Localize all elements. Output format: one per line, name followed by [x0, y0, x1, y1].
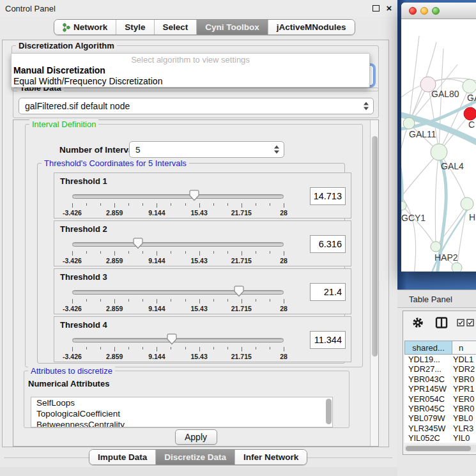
table-data-combobox[interactable]: galFiltered.sif default node — [19, 98, 374, 114]
network-node[interactable] — [461, 197, 473, 210]
tick-mark — [128, 203, 129, 206]
table-cell[interactable]: YPR1 — [452, 384, 476, 394]
table-row[interactable]: YBR045CYBR0 — [404, 404, 476, 413]
threshold-4-box: Threshold 4 -3.4262.8599.14415.4321.7152… — [54, 316, 351, 362]
checkbox-icon[interactable] — [457, 319, 464, 326]
split-columns-icon[interactable] — [435, 317, 448, 328]
list-item[interactable]: TopologicalCoefficient — [31, 408, 332, 419]
table-cell[interactable]: YDL19... — [404, 355, 452, 364]
tick-mark — [242, 347, 242, 351]
tab-infer-network[interactable]: Infer Network — [235, 450, 307, 464]
table-cell[interactable]: YBR0 — [452, 404, 476, 413]
scrollbar-thumb[interactable] — [372, 136, 378, 357]
list-item[interactable]: BetweennessCentrality — [31, 419, 332, 427]
tab-select[interactable]: Select — [155, 20, 197, 35]
tab-impute-data[interactable]: Impute Data — [89, 450, 156, 464]
network-node[interactable] — [463, 79, 476, 93]
threshold-value-field[interactable]: 14.713 — [310, 187, 346, 205]
slider-thumb[interactable] — [189, 190, 199, 201]
network-node[interactable] — [431, 242, 441, 252]
apply-button[interactable]: Apply — [175, 429, 217, 445]
table-row[interactable]: YBL079WYBL0 — [404, 413, 476, 423]
network-node[interactable] — [464, 107, 476, 120]
table-cell[interactable]: YBL0 — [452, 413, 476, 423]
slider-thumb[interactable] — [133, 238, 143, 249]
table-cell[interactable]: YPR145W — [404, 384, 452, 394]
tick-mark — [242, 251, 242, 256]
table-cell[interactable]: YDL1 — [452, 355, 476, 364]
table-row[interactable]: YIL052CYIL0 — [404, 433, 476, 443]
network-edge[interactable] — [439, 152, 467, 204]
table-cell[interactable]: YLR3 — [452, 424, 476, 433]
panel-title: Control Panel — [5, 4, 56, 13]
scrollbar-thumb[interactable] — [406, 446, 471, 451]
network-edge[interactable] — [439, 49, 443, 152]
threshold-value-field[interactable]: 21.4 — [310, 283, 346, 301]
number-of-intervals-label: Number of Intervals — [59, 145, 141, 155]
tab-discretize-data[interactable]: Discretize Data — [156, 450, 235, 464]
list-item[interactable]: SelfLoops — [31, 397, 332, 408]
network-node[interactable] — [452, 263, 462, 272]
slider-track[interactable] — [72, 242, 284, 247]
table-cell[interactable]: YDR27... — [404, 364, 452, 374]
threshold-label: Threshold 3 — [60, 272, 107, 282]
network-edge[interactable] — [435, 152, 439, 247]
slider-track[interactable] — [72, 338, 284, 342]
number-of-intervals-combobox[interactable]: 5 — [129, 141, 284, 158]
list-scrollbar[interactable] — [326, 399, 332, 424]
popup-option-equal-width-frequency[interactable]: Equal Width/Frequency Discretization — [13, 76, 368, 86]
zoom-traffic-light[interactable] — [432, 7, 440, 15]
table-cell[interactable]: YIL052C — [404, 433, 452, 443]
popup-option-manual-discretization[interactable]: Manual Discretization — [13, 65, 368, 75]
tab-style[interactable]: Style — [116, 20, 154, 35]
node-label: GAL80 — [431, 89, 459, 99]
column-header-shared[interactable]: shared... — [404, 341, 452, 355]
column-header-name[interactable]: n — [452, 341, 476, 355]
slider-thumb[interactable] — [234, 286, 244, 297]
table-row[interactable]: YDR27...YDR2 — [404, 364, 476, 374]
slider-tick-labels: -3.4262.8599.14415.4321.71528 — [72, 305, 284, 312]
slider-track[interactable] — [72, 194, 284, 199]
tick-label: -3.426 — [63, 257, 82, 265]
network-edge[interactable] — [401, 152, 439, 204]
table-cell[interactable]: YBR0 — [452, 374, 476, 384]
table-row[interactable]: YPR145WYPR1 — [404, 384, 476, 394]
node-label: GA — [467, 93, 476, 103]
tab-network[interactable]: Network — [54, 20, 116, 35]
table-cell[interactable]: YBR043C — [404, 374, 452, 384]
table-row[interactable]: YLR345WYLR3 — [404, 424, 476, 433]
table-cell[interactable]: YLR345W — [404, 424, 452, 433]
tick-label: 15.43 — [190, 353, 207, 360]
checkbox-icon[interactable] — [466, 319, 474, 326]
tab-cyni-toolbox[interactable]: Cyni Toolbox — [197, 20, 268, 35]
minimize-traffic-light[interactable] — [420, 7, 428, 15]
vertical-scrollbar[interactable] — [370, 120, 378, 446]
table-cell[interactable]: YDR2 — [452, 364, 476, 374]
slider-track[interactable] — [72, 290, 284, 295]
horizontal-scrollbar[interactable] — [404, 445, 476, 452]
threshold-value-field[interactable]: 11.344 — [310, 331, 346, 349]
gear-icon[interactable] — [412, 317, 424, 328]
network-window-titlebar[interactable] — [401, 3, 476, 19]
table-cell[interactable]: YIL0 — [452, 433, 476, 443]
network-canvas[interactable]: GAL80GACGAL11GAL4GCY1HHAP2 — [401, 20, 476, 272]
network-node[interactable] — [431, 144, 447, 160]
tick-mark — [128, 251, 129, 254]
table-cell[interactable]: YBR045C — [404, 404, 452, 413]
network-edge[interactable] — [401, 123, 409, 173]
table-row[interactable]: YBR043CYBR0 — [404, 374, 476, 384]
table-cell[interactable]: YER0 — [452, 394, 476, 404]
network-edge[interactable] — [402, 206, 436, 247]
table-row[interactable]: YER054CYER0 — [404, 394, 476, 404]
table-cell[interactable]: YBL079W — [404, 413, 452, 423]
table-cell[interactable]: YER054C — [404, 394, 452, 404]
close-icon[interactable]: × — [384, 2, 394, 13]
slider-thumb[interactable] — [167, 334, 177, 345]
slider-ticks — [72, 251, 284, 256]
network-node[interactable] — [403, 118, 415, 129]
float-window-icon[interactable] — [372, 5, 380, 12]
threshold-value-field[interactable]: 6.316 — [310, 235, 346, 253]
table-row[interactable]: YDL19...YDL1 — [404, 355, 476, 364]
close-traffic-light[interactable] — [409, 7, 417, 15]
tab-jactivemnodules[interactable]: jActiveMNodules — [268, 20, 355, 35]
